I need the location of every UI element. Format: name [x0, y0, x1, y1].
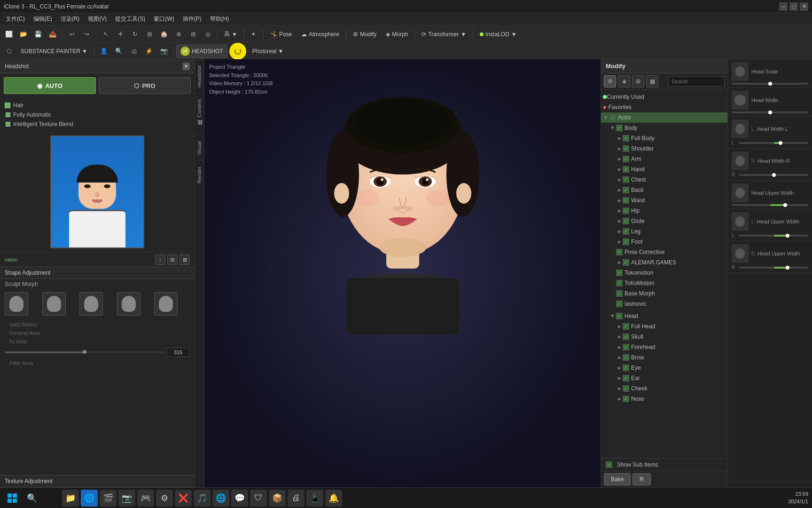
intelligent-checkbox[interactable]	[6, 122, 10, 127]
substance-icon[interactable]: ⬡	[2, 45, 16, 58]
side-tab-misc[interactable]: 拉曲	[195, 123, 204, 135]
foot-checkbox[interactable]	[623, 238, 629, 245]
toolbar-morph-btn[interactable]: ◈ Morph	[382, 28, 412, 41]
tokomotion-checkbox[interactable]	[616, 270, 623, 276]
tree-body[interactable]: ▶ Body	[601, 123, 727, 133]
settings-btn[interactable]: ⊞	[180, 254, 190, 265]
menu-file[interactable]: 文件(C)	[2, 14, 29, 24]
auto-mode-button[interactable]: ◉ AUTO	[4, 77, 96, 94]
tree-chest[interactable]: ▶ Chest	[601, 175, 727, 185]
skull-checkbox[interactable]	[623, 333, 629, 340]
toolbar-modify-btn[interactable]: ⚙ Modify	[349, 28, 381, 41]
panel-close-button[interactable]: ✕	[182, 63, 190, 70]
viewport[interactable]: Project Triangle: Selected Triangle : 50…	[204, 59, 601, 487]
morph-thumb-3[interactable]	[79, 292, 103, 316]
bake-button[interactable]: Bake	[604, 473, 631, 485]
tree-tokomotion2[interactable]: ToKoMotion	[601, 278, 727, 288]
hand-checkbox[interactable]	[623, 166, 629, 173]
tree-currently-used[interactable]: Currently Used	[601, 92, 727, 102]
headshot-tab-btn[interactable]: H HEADSHOT	[176, 45, 227, 58]
tree-eye[interactable]: ▶ Eye	[601, 363, 727, 373]
head-section-checkbox[interactable]	[616, 313, 623, 319]
secondary-bake-button[interactable]: R	[632, 473, 651, 485]
head-upper-width-track[interactable]	[732, 204, 808, 206]
body-checkbox[interactable]	[616, 125, 623, 131]
toolbar-instalod-btn[interactable]: InstaLOD ▼	[476, 28, 521, 41]
photoreal-btn[interactable]: Photoreal ▼	[248, 45, 288, 58]
tree-iasmovic[interactable]: iasmovic	[601, 299, 727, 309]
toolbar-snap[interactable]: ⊕	[172, 28, 186, 41]
toolbar-select[interactable]: ↖	[99, 28, 113, 41]
tb2-btn3[interactable]: ◎	[127, 45, 141, 58]
tb2-btn4[interactable]: ⚡	[142, 45, 156, 58]
full-body-checkbox[interactable]	[623, 135, 629, 142]
slider-value-input[interactable]	[166, 348, 190, 357]
start-button[interactable]	[4, 490, 21, 507]
tree-nose[interactable]: ▶ Nose	[601, 394, 727, 404]
tree-pose-corrective[interactable]: Pose Corrective	[601, 247, 727, 257]
head-width-track[interactable]	[732, 111, 808, 113]
tree-favorites[interactable]: ♥ Favorites	[601, 102, 727, 112]
alemar-checkbox[interactable]	[623, 259, 629, 266]
toolbar-rotate[interactable]: ↻	[128, 28, 142, 41]
toolbar-atmosphere-btn[interactable]: ☁ Atmosphere	[297, 28, 344, 41]
export-btn[interactable]: ↑	[155, 254, 165, 265]
toolbar-scale[interactable]: ⊞	[142, 28, 156, 41]
cheek-checkbox[interactable]	[623, 385, 629, 392]
maximize-button[interactable]: □	[789, 2, 798, 11]
menu-help[interactable]: 帮助(H)	[206, 14, 233, 24]
close-button[interactable]: ✕	[800, 2, 808, 11]
tree-actor[interactable]: ▶ Actor	[601, 112, 727, 123]
taskbar-app8[interactable]: 📦	[269, 490, 286, 507]
nose-checkbox[interactable]	[623, 396, 629, 402]
taskbar-file-explorer[interactable]: 📁	[62, 490, 79, 507]
taskbar-media[interactable]: 🎬	[100, 490, 117, 507]
head-width-l-track[interactable]	[739, 142, 808, 144]
toolbar-undo[interactable]: ↩	[65, 28, 79, 41]
toolbar-redo[interactable]: ↪	[79, 28, 94, 41]
taskbar-app3[interactable]: ❌	[175, 490, 192, 507]
head-scale-track[interactable]	[732, 83, 808, 85]
tree-foot[interactable]: ▶ Foot	[601, 237, 727, 247]
tree-hand[interactable]: ▶ Hand	[601, 164, 727, 175]
morph-thumb-5[interactable]	[154, 292, 178, 316]
tree-cheek[interactable]: ▶ Cheek	[601, 383, 727, 394]
toolbar-pan[interactable]: 🏠	[157, 28, 171, 41]
modify-icon-morph[interactable]: ◈	[618, 75, 630, 87]
menu-edit[interactable]: 编辑(E)	[30, 14, 56, 24]
morph-thumb-1[interactable]	[5, 292, 28, 316]
actor-checkbox[interactable]	[609, 114, 616, 121]
menu-submit[interactable]: 提交工具(S)	[111, 14, 149, 24]
toolbar-grid[interactable]: ⊞	[186, 28, 200, 41]
modify-icon-texture[interactable]: ▦	[646, 75, 658, 87]
toolbar-light[interactable]: ✦	[247, 28, 261, 41]
toolbar-transformer-btn[interactable]: ⟳ Transformer ▼	[417, 28, 470, 41]
tb2-btn5[interactable]: 📷	[157, 45, 171, 58]
taskbar-app2[interactable]: ⚙	[156, 490, 173, 507]
taskbar-app6[interactable]: 💬	[231, 490, 248, 507]
taskbar-app7[interactable]: 🛡	[250, 490, 267, 507]
hip-checkbox[interactable]	[623, 207, 629, 214]
base-morph-checkbox[interactable]	[616, 290, 623, 297]
taskbar-search[interactable]: 🔍	[23, 490, 40, 507]
brow-checkbox[interactable]	[623, 354, 629, 361]
eye-checkbox[interactable]	[623, 365, 629, 371]
tree-full-body[interactable]: ▶ Full Body	[601, 133, 727, 143]
head-upper-width-l-track[interactable]	[739, 235, 808, 237]
tree-hip[interactable]: ▶ Hip	[601, 206, 727, 216]
tree-waist[interactable]: ▶ Waist	[601, 195, 727, 206]
chest-checkbox[interactable]	[623, 176, 629, 183]
tree-ear[interactable]: ▶ Ear	[601, 373, 727, 383]
tb2-btn2[interactable]: 🔍	[112, 45, 126, 58]
taskbar-app5[interactable]: 🌐	[212, 490, 229, 507]
taskbar-app1[interactable]: 🎮	[137, 490, 154, 507]
substance-painter-btn[interactable]: SUBSTANCE PAINTER ▼	[16, 45, 92, 58]
iasmovic-checkbox[interactable]	[616, 301, 623, 307]
full-head-checkbox[interactable]	[623, 323, 629, 330]
slider-track-1[interactable]	[5, 351, 164, 353]
arm-checkbox[interactable]	[623, 156, 629, 162]
tree-back[interactable]: ▶ Back	[601, 185, 727, 195]
tree-base-morph[interactable]: Base Morph	[601, 288, 727, 299]
morph-thumb-2[interactable]	[42, 292, 66, 316]
menu-plugin[interactable]: 插件(P)	[179, 14, 205, 24]
